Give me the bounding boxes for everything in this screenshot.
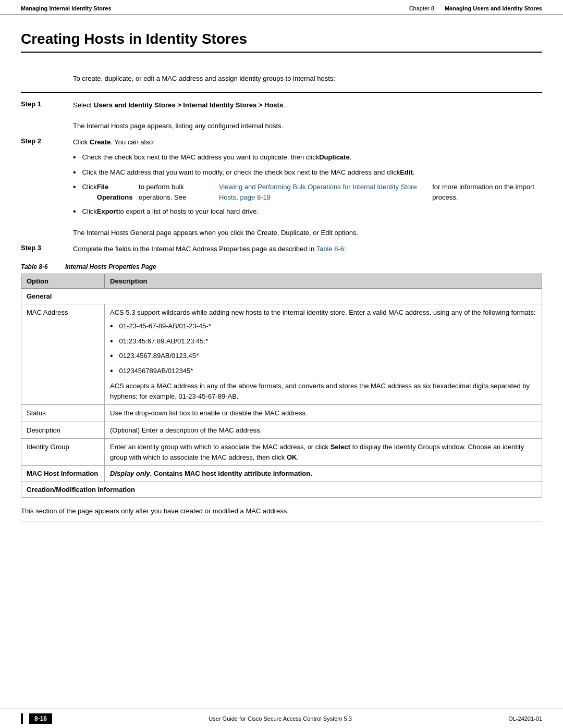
identity-group-option: Identity Group (21, 439, 105, 466)
section-note: This section of the page appears only af… (21, 506, 542, 516)
page-title: Creating Hosts in Identity Stores (21, 31, 542, 53)
mac-format-3: 0123.4567.89AB/0123.45* (110, 351, 536, 362)
status-option: Status (21, 405, 105, 422)
mac-address-option: MAC Address (21, 304, 105, 405)
header-chapter: Chapter 8 Managing Users and Identity St… (409, 5, 542, 11)
header-right: Chapter 8 Managing Users and Identity St… (409, 5, 542, 11)
content-area: To create, duplicate, or edit a MAC addr… (0, 73, 563, 522)
step-1-content: Select Users and Identity Stores > Inter… (73, 100, 542, 115)
table-number: Table 8-6 (21, 263, 48, 270)
identity-group-row: Identity Group Enter an identity group w… (21, 439, 542, 466)
step-2-label: Step 2 (21, 137, 73, 145)
status-row: Status Use the drop-down list box to ena… (21, 405, 542, 422)
footer-right: OL-24201-01 (508, 715, 542, 722)
step-3-row: Step 3 Complete the fields in the Intern… (21, 244, 542, 255)
col-description-header: Description (105, 274, 542, 288)
bullet-duplicate: Check the check box next to the MAC addr… (73, 152, 542, 163)
properties-table: Option Description General MAC Address A… (21, 274, 542, 498)
description-desc: (Optional) Enter a description of the MA… (105, 422, 542, 439)
step-3-label: Step 3 (21, 244, 73, 252)
table-link[interactable]: Table 8-6 (316, 245, 344, 253)
step-3-pre-text: The Internal Hosts General page appears … (73, 228, 542, 239)
footer-page-number: 8-16 (29, 713, 52, 724)
bullet-file-operations: Click File Operations to perform bulk op… (73, 182, 542, 202)
bulk-ops-link[interactable]: Viewing and Performing Bulk Operations f… (219, 182, 432, 202)
intro-text: To create, duplicate, or edit a MAC addr… (73, 73, 542, 84)
mac-format-2: 01:23:45:67:89:AB/01:23:45:* (110, 336, 536, 347)
step-1-sub: The Internal Hosts page appears, listing… (73, 121, 542, 132)
mac-host-desc: Display only. Contains MAC host identity… (105, 466, 542, 482)
mac-address-desc: ACS 5.3 support wildcards while adding n… (105, 304, 542, 405)
chapter-title: Managing Users and Identity Stores (445, 5, 542, 11)
step-1-label: Step 1 (21, 100, 73, 108)
page-title-section: Creating Hosts in Identity Stores (0, 15, 563, 73)
bullet-edit: Click the MAC address that you want to m… (73, 167, 542, 178)
general-section-header: General (21, 288, 542, 304)
page-header: Managing Internal Identity Stores Chapte… (0, 0, 563, 15)
identity-group-desc: Enter an identity group with which to as… (105, 439, 542, 466)
status-desc: Use the drop-down list box to enable or … (105, 405, 542, 422)
footer-left: 8-16 (21, 713, 52, 724)
footer-divider (21, 713, 23, 724)
step-2-content: Click Create. You can also: Check the ch… (73, 137, 542, 221)
table-header-row: Option Description (21, 274, 542, 288)
mac-host-section-header: MAC Host Information Display only. Conta… (21, 466, 542, 482)
description-row: Description (Optional) Enter a descripti… (21, 422, 542, 439)
header-breadcrumb: Managing Internal Identity Stores (21, 5, 112, 11)
description-option: Description (21, 422, 105, 439)
bullet-export: Click Export to export a list of hosts t… (73, 206, 542, 217)
mac-host-label: MAC Host Information (21, 466, 105, 482)
step-1-row: Step 1 Select Users and Identity Stores … (21, 100, 542, 115)
step-2-bullet-list: Check the check box next to the MAC addr… (73, 152, 542, 217)
creation-label: Creation/Modification Information (21, 482, 542, 498)
page-footer: 8-16 User Guide for Cisco Secure Access … (0, 709, 563, 728)
header-left: Managing Internal Identity Stores (21, 5, 112, 11)
general-label: General (21, 288, 542, 304)
step-3-content: Complete the fields in the Internal MAC … (73, 244, 542, 255)
chapter-label: Chapter 8 (409, 5, 434, 11)
footer-center: User Guide for Cisco Secure Access Contr… (63, 715, 498, 722)
mac-format-list: 01-23-45-67-89-AB/01-23-45-* 01:23:45:67… (110, 321, 536, 377)
mac-address-row: MAC Address ACS 5.3 support wildcards wh… (21, 304, 542, 405)
mac-format-1: 01-23-45-67-89-AB/01-23-45-* (110, 321, 536, 332)
step-2-row: Step 2 Click Create. You can also: Check… (21, 137, 542, 221)
table-label: Internal Hosts Properties Page (65, 263, 156, 270)
mac-format-4: 0123456789AB/012345* (110, 366, 536, 377)
col-option-header: Option (21, 274, 105, 288)
creation-section-header: Creation/Modification Information (21, 482, 542, 498)
table-title-area: Table 8-6 Internal Hosts Properties Page (21, 263, 542, 270)
